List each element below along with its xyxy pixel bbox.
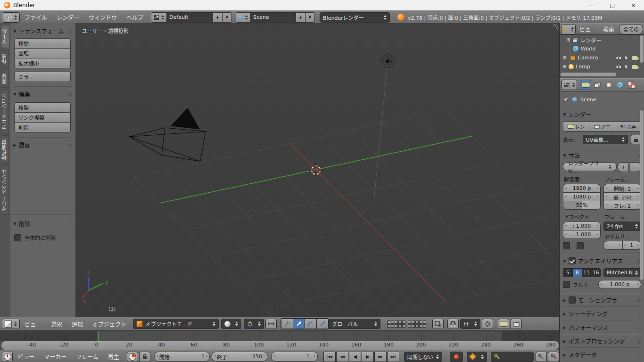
menu-render[interactable]: レンダー (52, 13, 84, 21)
close-button[interactable]: ✕ (623, 0, 644, 10)
tab-create[interactable]: 作成 (1, 50, 9, 68)
minimize-button[interactable]: — (580, 0, 602, 10)
resolution-y-field[interactable]: ◂1080 p▸ (563, 192, 601, 201)
layer-cell[interactable] (408, 324, 411, 328)
add-scene-button[interactable]: + (296, 13, 305, 22)
properties-vscrollbar[interactable] (640, 110, 644, 280)
border-checkbox[interactable] (563, 242, 570, 249)
delete-button[interactable]: 削除 (14, 122, 71, 132)
panel-render-header[interactable]: レンダー:::: (563, 109, 641, 119)
visibility-eye-icon[interactable] (616, 65, 622, 69)
layer-cell[interactable] (387, 321, 390, 324)
current-frame-marker[interactable] (98, 331, 99, 341)
panel-drag-dots[interactable]: :::: (637, 325, 641, 330)
layer-cell[interactable] (395, 324, 398, 328)
render-animation-button[interactable]: アニ (589, 122, 615, 131)
properties-editor-selector[interactable] (561, 80, 577, 90)
object-menu[interactable]: オブジェクト (88, 320, 131, 328)
insert-keyframe-button[interactable] (536, 352, 547, 362)
breadcrumb-scene[interactable]: Scene (580, 97, 596, 103)
layer-cell[interactable] (387, 324, 390, 328)
expand-node-icon[interactable]: ⊕ (562, 55, 567, 61)
resolution-percentage-slider[interactable]: 50% (563, 201, 601, 210)
tab-animation[interactable]: アニメーション (1, 90, 9, 133)
outliner-vscrollbar[interactable] (640, 35, 644, 63)
render-engine-dropdown[interactable]: Blenderレンダー (320, 12, 390, 23)
crop-checkbox[interactable] (577, 242, 584, 249)
aa-samples-8[interactable]: 8 (572, 269, 582, 277)
screen-layout-name[interactable]: Default (166, 13, 213, 22)
tab-scene[interactable] (603, 80, 614, 90)
panel-antialiasing-header[interactable]: アンチエイリアス:::: (563, 256, 641, 265)
layer-cell[interactable] (402, 324, 405, 328)
auto-keyframe-toggle[interactable] (450, 352, 463, 362)
layer-cell[interactable] (423, 324, 426, 328)
layer-cell[interactable] (419, 321, 422, 324)
panel-edit-header[interactable]: 編集:::: (13, 89, 72, 99)
viewport-3d[interactable]: z y x ユーザー・透視投影 (1) (75, 23, 559, 317)
panel-dimensions-header[interactable]: 寸法:::: (563, 150, 641, 160)
timeline-marker-menu[interactable]: マーカー (39, 353, 71, 361)
outliner-view-menu[interactable]: ビュー (576, 25, 600, 33)
aa-samples-5[interactable]: 5 (563, 269, 572, 277)
tab-render[interactable] (580, 80, 591, 90)
panel-drag-dots[interactable]: :::: (67, 28, 72, 33)
jump-to-start-button[interactable]: |◀◀ (323, 352, 336, 362)
render-presets-dropdown[interactable]: レンダープリセ... (563, 162, 617, 171)
layer-cell[interactable] (412, 324, 415, 328)
pivot-point-dropdown[interactable] (244, 319, 264, 329)
cursor-3d[interactable] (309, 163, 323, 177)
aa-filter-size-field[interactable]: ◂1.000 p▸ (598, 280, 641, 289)
play-reverse-button[interactable]: ◀ (349, 352, 361, 362)
render-restrict-icon[interactable] (632, 56, 638, 60)
outliner-filter-dropdown[interactable]: 全ての (619, 24, 643, 34)
delete-globally-checkbox[interactable] (14, 234, 21, 241)
manipulate-center-points-toggle[interactable] (265, 319, 277, 329)
layer-cell[interactable] (398, 321, 402, 324)
layer-cell[interactable] (402, 321, 405, 324)
scale-button[interactable]: 拡大縮小 (14, 58, 71, 68)
transform-orientation-dropdown[interactable]: グローバル (329, 319, 380, 329)
opengl-render-button[interactable] (498, 319, 509, 329)
panel-drag-dots[interactable]: :::: (637, 311, 641, 316)
scene-selector[interactable]: Scene + ✕ (236, 12, 315, 23)
display-mode-dropdown[interactable]: UV画像... (583, 135, 628, 144)
panel-motion-blur-header[interactable]: モーションブラー:::: (563, 295, 641, 304)
tab-tools[interactable]: ツール (1, 25, 10, 48)
menu-file[interactable]: ファイル (20, 13, 52, 21)
start-frame-field[interactable]: ◂開始:1▸ (154, 352, 210, 362)
tab-texture[interactable] (626, 80, 636, 90)
panel-drag-dots[interactable]: :::: (637, 297, 641, 303)
auto-keying-mode-dropdown[interactable] (467, 352, 487, 362)
full-sample-checkbox[interactable] (563, 281, 570, 288)
layer-cell[interactable] (412, 321, 415, 324)
timeline-playback-menu[interactable]: 再生 (103, 353, 124, 361)
rotate-manipulator-button[interactable] (305, 319, 317, 329)
timeline-canvas[interactable] (0, 331, 559, 341)
previous-keyframe-button[interactable]: ◀◀ (336, 352, 348, 362)
remove-layout-button[interactable]: ✕ (222, 13, 231, 22)
translate-manipulator-button[interactable] (293, 319, 305, 329)
render-still-button[interactable]: レン (563, 122, 589, 131)
timeline-editor-selector[interactable] (2, 352, 13, 362)
panel-drag-dots[interactable]: :::: (637, 352, 641, 357)
frame-rate-dropdown[interactable]: 24 fps (603, 222, 641, 231)
selectability-cursor-icon[interactable] (625, 55, 629, 60)
layer-grid-right[interactable] (408, 321, 426, 328)
timeline-view-menu[interactable]: ビュー (13, 353, 39, 361)
panel-delete-header[interactable]: 削除:::: (13, 219, 72, 228)
viewport-shading-dropdown[interactable] (221, 319, 241, 329)
tab-world[interactable] (615, 80, 625, 90)
lamp-object[interactable] (374, 55, 394, 201)
frame-end-field[interactable]: ◂最: 250▸ (603, 192, 641, 201)
tab-render-layers[interactable] (592, 80, 603, 90)
layer-cell[interactable] (408, 321, 411, 324)
panel-shading-header[interactable]: シェーディング:::: (563, 309, 641, 318)
pin-icon[interactable] (563, 96, 569, 103)
menu-help[interactable]: ヘルプ (122, 13, 148, 21)
screen-layout-selector[interactable]: Default + ✕ (151, 12, 232, 23)
motion-blur-checkbox[interactable] (569, 296, 576, 304)
outliner-row-render[interactable]: ⊕ レンダー (566, 35, 644, 44)
editor-type-selector[interactable]: i (2, 12, 20, 23)
camera-object[interactable] (129, 108, 206, 161)
